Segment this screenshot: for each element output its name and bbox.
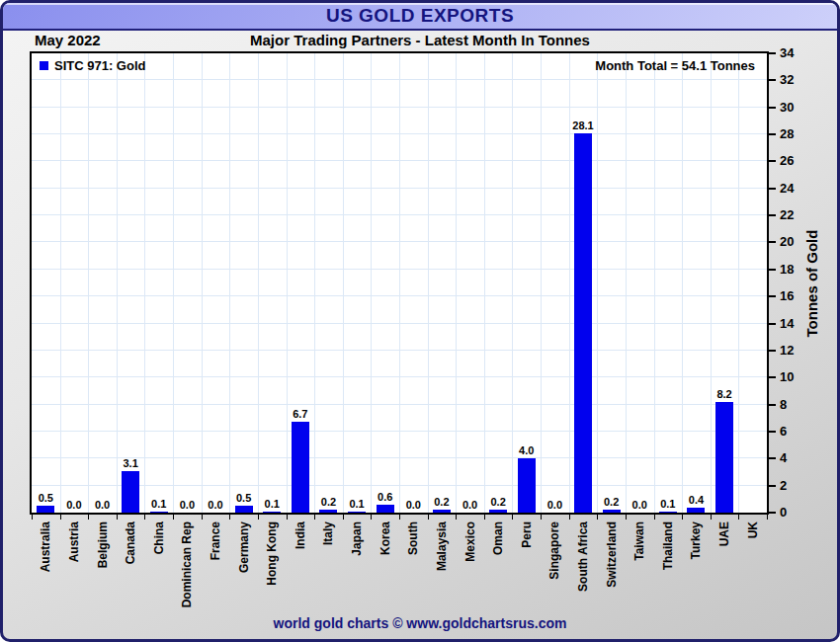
legend-swatch-icon [40,61,48,70]
bar-value-label: 0.4 [671,494,720,506]
y-tick [769,79,776,81]
y-tick-label: 18 [780,262,794,278]
y-tick [769,323,776,325]
x-tick [456,515,457,520]
y-tick-label: 12 [780,343,794,359]
y-tick [769,269,776,271]
y-tick [769,52,776,54]
gridline-vertical [484,53,485,513]
x-tick [399,515,400,520]
x-tick [682,515,683,520]
x-tick [117,515,118,520]
gridline-vertical [314,53,315,513]
y-tick [769,350,776,352]
x-tick [428,515,429,520]
bar-value-label: 6.7 [276,408,325,420]
y-tick-label: 4 [780,450,787,466]
x-tick [229,515,230,520]
footer-credit: world gold charts © www.goldchartsrus.co… [3,615,837,631]
bar [715,402,733,513]
y-tick-label: 8 [780,397,787,413]
x-tick [343,515,344,520]
gridline-vertical [229,53,230,513]
gridline-horizontal [32,404,767,405]
y-tick [769,404,776,406]
gridline-vertical [202,53,203,513]
bar-value-label: 4.0 [502,444,551,456]
y-tick-label: 22 [780,207,794,223]
bar-value-label: 8.2 [700,388,749,400]
y-tick [769,133,776,135]
bar-value-label: 0.0 [530,499,579,511]
y-tick-label: 0 [780,505,787,521]
bar-value-label: 0.1 [247,498,296,510]
y-tick-label: 28 [780,126,794,142]
gridline-vertical [456,53,457,513]
gridline-vertical [399,53,400,513]
gridline-vertical [428,53,429,513]
page-title: US GOLD EXPORTS [326,5,514,27]
y-axis-title: Tonnes of Gold [801,135,821,432]
x-tick [626,515,627,520]
x-tick [767,515,768,520]
title-bar: US GOLD EXPORTS [3,3,837,31]
gridline-horizontal [32,188,767,189]
gridline-horizontal [32,323,767,324]
gridline-vertical [541,53,542,513]
gridline-vertical [287,53,288,513]
bar-value-label: 28.1 [558,120,608,131]
gridline-vertical [682,53,683,513]
x-tick [202,515,203,520]
x-tick [484,515,485,520]
gridline-vertical [626,53,627,513]
gridline-vertical [343,53,344,513]
gridline-vertical [173,53,174,513]
subtitle-row: May 2022 Major Trading Partners - Latest… [3,32,837,51]
x-tick [738,515,739,520]
bar [687,508,705,513]
bar-value-label: 0.0 [78,499,127,511]
x-tick [597,515,598,520]
y-tick-label: 26 [780,153,794,169]
x-tick [314,515,315,520]
gridline-vertical [371,53,372,513]
x-tick [287,515,288,520]
y-axis-title-text: Tonnes of Gold [803,230,820,338]
bar [574,133,592,513]
gridline-horizontal [32,431,767,432]
y-tick-label: 20 [780,234,794,250]
bar [348,512,366,513]
bar [319,510,337,513]
bar-value-label: 0.2 [473,496,523,508]
bar [659,512,677,513]
y-tick-label: 16 [780,288,794,304]
gridline-vertical [512,53,513,513]
legend: SITC 971: Gold [40,58,145,73]
y-tick [769,457,776,459]
gridline-vertical [60,53,61,513]
x-tick [173,515,174,520]
gridline-horizontal [32,133,767,134]
gridline-vertical [654,53,655,513]
y-tick [769,485,776,487]
gridline-vertical [117,53,118,513]
y-tick-label: 6 [780,424,787,440]
gridline-horizontal [32,485,767,486]
x-tick [541,515,542,520]
x-tick [371,515,372,520]
legend-label: SITC 971: Gold [54,58,145,73]
y-tick-label: 30 [780,100,794,116]
gridline-vertical [88,53,89,513]
y-tick-label: 34 [780,45,794,61]
y-tick [769,241,776,243]
y-tick-label: 10 [780,369,794,385]
bar [150,512,168,513]
x-tick [711,515,712,520]
plot-area: 0.50.00.03.10.10.00.00.50.16.70.20.10.60… [30,51,769,515]
y-tick [769,188,776,190]
y-tick [769,160,776,162]
y-tick-label: 2 [780,478,787,494]
y-tick [769,376,776,378]
gridline-horizontal [32,241,767,242]
gridline-horizontal [32,160,767,161]
